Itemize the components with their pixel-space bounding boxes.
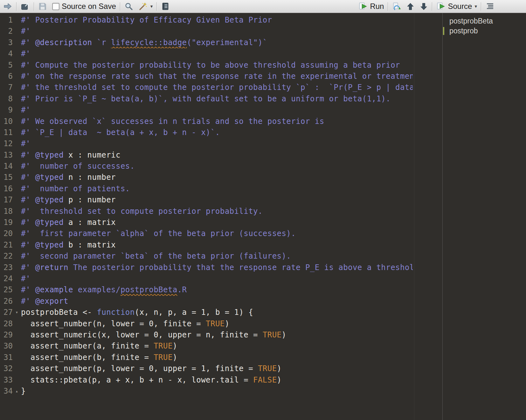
line-number[interactable]: 3 (0, 37, 13, 48)
line-number[interactable]: 12 (0, 138, 13, 149)
line-number[interactable]: 10 (0, 116, 13, 127)
fold-marker-icon[interactable]: ▾ (13, 307, 21, 318)
outline-item-postprobBeta[interactable]: postprobBeta (443, 16, 526, 26)
line-number[interactable]: 13 (0, 150, 13, 161)
line-number[interactable]: 2 (0, 26, 13, 37)
code-line-10[interactable]: 10#' We observed `x` successes in n tria… (0, 116, 442, 127)
source-on-save-toggle[interactable]: Source on Save (51, 1, 117, 11)
open-in-new-window-button[interactable] (19, 1, 31, 12)
line-number[interactable]: 9 (0, 105, 13, 116)
line-number[interactable]: 20 (0, 228, 13, 239)
line-number[interactable]: 5 (0, 60, 13, 71)
code-line-12[interactable]: 12#' (0, 138, 442, 149)
code-line-4[interactable]: 4#' (0, 48, 442, 59)
line-number[interactable]: 11 (0, 127, 13, 138)
code-line-3[interactable]: 3#' @description `r lifecycle::badge("ex… (0, 37, 442, 48)
line-number[interactable]: 7 (0, 82, 13, 93)
go-to-next-section-button[interactable] (419, 1, 429, 12)
code-tools-button[interactable]: ▾ (137, 1, 154, 12)
source-icon (436, 2, 446, 11)
fold-marker-icon[interactable]: ▴ (13, 386, 21, 397)
run-label: Run (370, 2, 384, 11)
line-number[interactable]: 8 (0, 93, 13, 105)
code-line-21[interactable]: 21#' @typed b : matrix (0, 240, 442, 251)
compile-report-button[interactable] (160, 1, 171, 12)
code-line-28[interactable]: 28 assert_number(n, lower = 0, finite = … (0, 318, 442, 329)
line-number[interactable]: 4 (0, 48, 13, 59)
code-token: #' (21, 263, 35, 272)
go-to-previous-section-button[interactable] (405, 1, 416, 12)
code-line-19[interactable]: 19#' @typed a : matrix (0, 217, 442, 228)
line-number[interactable]: 14 (0, 161, 13, 172)
rerun-button[interactable] (391, 1, 402, 12)
code-line-7[interactable]: 7#' the threshold set to compute the pos… (0, 82, 442, 93)
run-button[interactable]: Run (357, 1, 385, 12)
code-line-20[interactable]: 20#' first parameter `alpha` of the beta… (0, 228, 442, 239)
code-line-29[interactable]: 29 assert_numeric(x, lower = 0, upper = … (0, 329, 442, 341)
source-button[interactable]: Source ▾ (435, 1, 478, 12)
code-line-25[interactable]: 25#' @example examples/postprobBeta.R (0, 284, 442, 295)
code-text: #' `P_E | data ~ beta(a + x, b + n - x)`… (21, 127, 413, 138)
outline-toggle-button[interactable] (484, 1, 496, 12)
code-line-17[interactable]: 17#' @typed p : number (0, 194, 442, 206)
code-token: x : numeric (64, 151, 121, 159)
code-line-23[interactable]: 23#' @return The posterior probability t… (0, 262, 442, 273)
save-button[interactable] (37, 1, 48, 12)
code-line-8[interactable]: 8#' Prior is `P_E ~ beta(a, b)`, with de… (0, 93, 442, 105)
code-text: #' (21, 273, 413, 284)
code-line-33[interactable]: 33 stats::pbeta(p, a + x, b + n - x, low… (0, 375, 442, 386)
line-number[interactable]: 16 (0, 183, 13, 194)
line-number[interactable]: 33 (0, 375, 13, 386)
line-number[interactable]: 24 (0, 273, 13, 284)
code-line-31[interactable]: 31 assert_number(b, finite = TRUE) (0, 352, 442, 363)
code-editor[interactable]: 1#' Posterior Probability of Efficacy Gi… (0, 13, 442, 420)
code-line-34[interactable]: 34▴} (0, 386, 442, 397)
line-number[interactable]: 26 (0, 296, 13, 307)
code-line-26[interactable]: 26#' @export (0, 296, 442, 307)
code-line-27[interactable]: 27▾postprobBeta <- function(x, n, p, a =… (0, 307, 442, 318)
code-line-15[interactable]: 15#' @typed n : number (0, 172, 442, 183)
line-number[interactable]: 15 (0, 172, 13, 183)
print-margin-line (414, 13, 414, 420)
code-line-24[interactable]: 24#' (0, 273, 442, 284)
code-line-13[interactable]: 13#' @typed x : numeric (0, 150, 442, 161)
code-line-32[interactable]: 32 assert_number(p, lower = 0, upper = 1… (0, 363, 442, 374)
line-number[interactable]: 30 (0, 341, 13, 352)
source-on-save-checkbox[interactable] (52, 3, 59, 10)
forward-button[interactable] (2, 1, 13, 12)
line-number[interactable]: 21 (0, 240, 13, 251)
line-number[interactable]: 34 (0, 386, 13, 397)
code-token: #' (21, 151, 35, 159)
line-number[interactable]: 29 (0, 329, 13, 341)
line-number[interactable]: 18 (0, 206, 13, 217)
code-line-1[interactable]: 1#' Posterior Probability of Efficacy Gi… (0, 15, 442, 26)
line-number[interactable]: 19 (0, 217, 13, 228)
line-number[interactable]: 17 (0, 194, 13, 206)
line-number[interactable]: 27 (0, 307, 13, 318)
line-number[interactable]: 23 (0, 262, 13, 273)
code-token: ) (225, 319, 230, 328)
code-line-9[interactable]: 9#' (0, 105, 442, 116)
code-line-18[interactable]: 18#' threshold set to compute posterior … (0, 206, 442, 217)
code-line-16[interactable]: 16#' number of patients. (0, 183, 442, 194)
line-number[interactable]: 31 (0, 352, 13, 363)
code-token: #' number of successes. (21, 162, 135, 171)
line-number[interactable]: 1 (0, 15, 13, 26)
code-line-5[interactable]: 5#' Compute the posterior probability to… (0, 60, 442, 71)
code-line-2[interactable]: 2#' (0, 26, 442, 37)
code-line-14[interactable]: 14#' number of successes. (0, 161, 442, 172)
code-line-11[interactable]: 11#' `P_E | data ~ beta(a + x, b + n - x… (0, 127, 442, 138)
find-replace-button[interactable] (123, 1, 135, 12)
magic-wand-icon (138, 2, 148, 11)
line-number[interactable]: 22 (0, 251, 13, 262)
line-number[interactable]: 6 (0, 71, 13, 82)
code-line-6[interactable]: 6#' on the response rate such that the r… (0, 71, 442, 82)
code-token: @typed (35, 151, 64, 159)
line-number[interactable]: 28 (0, 318, 13, 329)
code-line-30[interactable]: 30 assert_number(a, finite = TRUE) (0, 341, 442, 352)
code-line-22[interactable]: 22#' second parameter `beta` of the beta… (0, 251, 442, 262)
outline-item-postprob[interactable]: postprob (443, 26, 526, 36)
line-number[interactable]: 32 (0, 363, 13, 374)
line-number[interactable]: 25 (0, 284, 13, 295)
code-text: #' the threshold set to compute the post… (21, 82, 413, 93)
